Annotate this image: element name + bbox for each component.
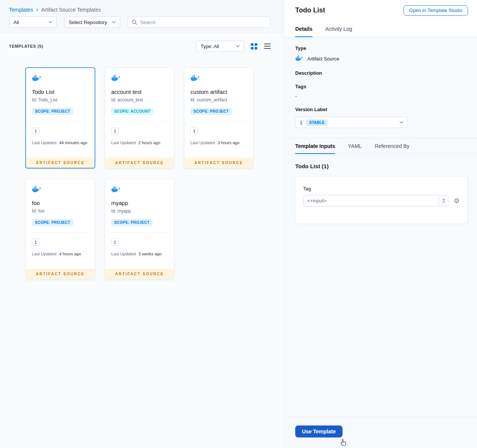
last-updated-row: Last Updated 2 hours ago bbox=[111, 140, 168, 145]
template-card[interactable]: Todo List Id: Todo_List SCOPE: PROJECT 1… bbox=[26, 68, 95, 168]
tags-field-label: Tags bbox=[295, 84, 466, 89]
search-input[interactable] bbox=[140, 20, 266, 25]
repository-filter-value: Select Repository bbox=[69, 20, 107, 25]
template-card-title: account test bbox=[111, 89, 168, 95]
template-card[interactable]: foo Id: foo SCOPE: PROJECT 1 Last Update… bbox=[26, 179, 95, 279]
template-card-id: Id: account_test bbox=[111, 97, 168, 103]
version-label-dropdown[interactable]: 1 STABLE bbox=[295, 117, 408, 128]
card-type-badge: ARTIFACT SOURCE bbox=[105, 158, 174, 168]
search-box[interactable] bbox=[128, 17, 270, 28]
details-section: Type bbox=[284, 37, 477, 138]
last-updated-label: Last Updated bbox=[111, 140, 136, 145]
template-card-title: Todo List bbox=[32, 89, 89, 95]
template-card-id: Id: Todo_List bbox=[32, 97, 89, 103]
last-updated-value: 2 hours ago bbox=[139, 140, 160, 145]
docker-icon bbox=[32, 187, 42, 194]
template-card-title: myapp bbox=[111, 200, 168, 206]
open-in-template-studio-button[interactable]: Open in Template Studio bbox=[403, 5, 468, 16]
last-updated-row: Last Updated 3 hours ago bbox=[190, 140, 247, 145]
scope-badge: SCOPE: PROJECT bbox=[32, 219, 73, 226]
template-details-panel: Todo List Open in Template Studio Detail… bbox=[284, 0, 477, 448]
tag-input[interactable] bbox=[303, 195, 439, 206]
docker-icon bbox=[111, 76, 121, 83]
version-count-chip: 1 bbox=[111, 127, 119, 134]
last-updated-value: 3 hours ago bbox=[218, 140, 240, 145]
type-filter-dropdown[interactable]: Type: All bbox=[196, 41, 244, 52]
template-inputs-section: Todo List (1) Tag Σ ⚙ bbox=[284, 154, 477, 224]
description-field-label: Description bbox=[295, 70, 466, 76]
tab-referenced-by[interactable]: Referenced By bbox=[374, 138, 409, 154]
use-template-button[interactable]: Use Template bbox=[295, 425, 343, 437]
type-filter-value: Type: All bbox=[201, 44, 219, 49]
card-type-badge: ARTIFACT SOURCE bbox=[184, 158, 253, 168]
docker-icon bbox=[111, 187, 121, 194]
last-updated-row: Last Updated 44 minutes ago bbox=[32, 140, 89, 145]
chevron-down-icon bbox=[112, 21, 116, 23]
template-card[interactable]: account test Id: account_test SCOPE: ACC… bbox=[105, 68, 174, 168]
templates-list-pane: Templates › Artifact Source Templates Al… bbox=[0, 0, 284, 448]
last-updated-row: Last Updated 3 weeks ago bbox=[111, 252, 168, 256]
chevron-down-icon bbox=[236, 45, 240, 47]
template-card[interactable]: myapp Id: myapp SCOPE: PROJECT 1 Last Up… bbox=[105, 179, 174, 279]
inputs-card: Tag Σ ⚙ bbox=[295, 176, 468, 224]
breadcrumb: Templates › Artifact Source Templates bbox=[9, 6, 101, 13]
template-card[interactable]: custom artifact Id: custom_artifact SCOP… bbox=[184, 68, 254, 168]
breadcrumb-separator-icon: › bbox=[36, 6, 38, 13]
docker-icon bbox=[295, 55, 304, 62]
template-cards-grid: Todo List Id: Todo_List SCOPE: PROJECT 1… bbox=[26, 68, 254, 279]
template-card-id: Id: myapp bbox=[111, 208, 168, 214]
last-updated-label: Last Updated bbox=[111, 252, 136, 256]
template-card-title: custom artifact bbox=[190, 89, 247, 95]
scope-badge: SCOPE: PROJECT bbox=[111, 219, 152, 226]
breadcrumb-current-page: Artifact Source Templates bbox=[41, 7, 101, 13]
card-type-badge: ARTIFACT SOURCE bbox=[26, 158, 95, 168]
last-updated-label: Last Updated bbox=[32, 140, 56, 145]
last-updated-label: Last Updated bbox=[190, 140, 215, 145]
filters-row: All Select Repository bbox=[9, 17, 270, 28]
version-count-chip: 1 bbox=[32, 238, 39, 246]
type-value: Artifact Source bbox=[307, 56, 339, 62]
template-card-id: Id: foo bbox=[32, 208, 89, 214]
scope-badge: SCOPE: PROJECT bbox=[32, 108, 73, 115]
tab-activity-log[interactable]: Activity Log bbox=[325, 21, 352, 37]
type-value-row: Artifact Source bbox=[295, 55, 466, 62]
templates-count: TEMPLATES (5) bbox=[9, 44, 43, 48]
list-view-button[interactable] bbox=[264, 44, 271, 49]
breadcrumb-templates-link[interactable]: Templates bbox=[9, 7, 33, 13]
last-updated-value: 4 hours ago bbox=[59, 252, 81, 256]
type-field-label: Type bbox=[295, 45, 466, 51]
scope-badge: SCOPE: PROJECT bbox=[190, 108, 232, 115]
chevron-down-icon bbox=[400, 121, 403, 124]
gear-icon[interactable]: ⚙ bbox=[454, 198, 460, 204]
last-updated-value: 44 minutes ago bbox=[59, 140, 88, 145]
details-panel-header: Todo List Open in Template Studio bbox=[284, 0, 477, 21]
version-value: 1 bbox=[300, 120, 302, 125]
last-updated-row: Last Updated 4 hours ago bbox=[32, 252, 89, 256]
docker-icon bbox=[32, 76, 42, 83]
tab-yaml[interactable]: YAML bbox=[348, 138, 362, 154]
card-type-badge: ARTIFACT SOURCE bbox=[105, 269, 174, 279]
last-updated-label: Last Updated bbox=[32, 252, 56, 256]
card-type-badge: ARTIFACT SOURCE bbox=[26, 269, 95, 279]
tags-value: - bbox=[295, 93, 466, 99]
expression-toggle-button[interactable]: Σ bbox=[439, 195, 449, 206]
inputs-tab-bar: Template Inputs YAML Referenced By bbox=[284, 138, 477, 154]
version-count-chip: 1 bbox=[190, 127, 198, 134]
grid-view-button[interactable] bbox=[251, 43, 257, 50]
tab-details[interactable]: Details bbox=[295, 21, 312, 37]
template-card-title: foo bbox=[32, 200, 89, 206]
scope-filter-value: All bbox=[14, 20, 19, 25]
template-card-id: Id: custom_artifact bbox=[190, 97, 247, 103]
tab-template-inputs[interactable]: Template Inputs bbox=[295, 138, 335, 154]
last-updated-value: 3 weeks ago bbox=[139, 252, 162, 256]
scope-badge: SCOPE: ACCOUNT bbox=[111, 108, 153, 115]
repository-filter-dropdown[interactable]: Select Repository bbox=[64, 17, 120, 28]
details-tab-bar: Details Activity Log bbox=[284, 21, 477, 37]
tag-field-label: Tag bbox=[303, 186, 460, 192]
version-label-field-label: Version Label bbox=[295, 107, 466, 112]
version-count-chip: 1 bbox=[111, 238, 119, 246]
templates-toolbar: TEMPLATES (5) Type: All bbox=[9, 41, 271, 52]
scope-filter-dropdown[interactable]: All bbox=[9, 17, 57, 28]
panel-footer: Use Template bbox=[284, 417, 477, 448]
search-icon bbox=[132, 20, 137, 25]
